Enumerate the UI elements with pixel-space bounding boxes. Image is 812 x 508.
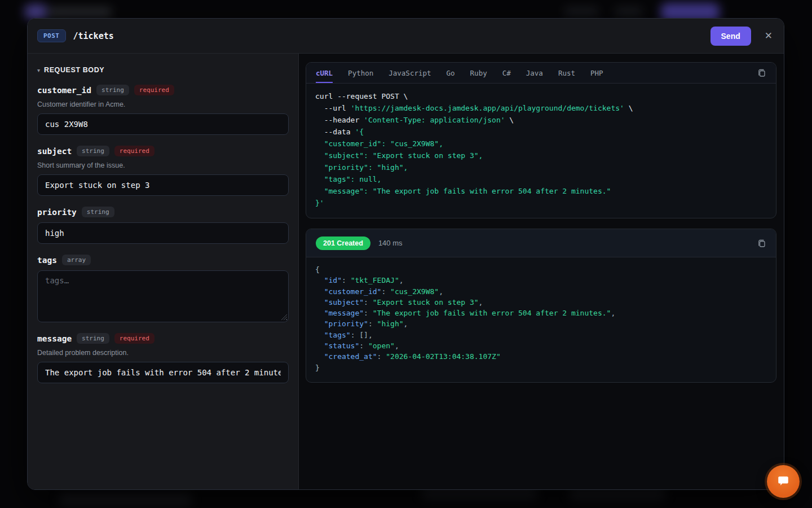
modal-body: ▾ REQUEST BODY customer_id string requir… (28, 54, 784, 489)
request-body-panel: ▾ REQUEST BODY customer_id string requir… (28, 54, 299, 489)
field-priority: priority string (37, 207, 288, 244)
chat-widget-button[interactable] (767, 465, 800, 498)
code-tab-rust[interactable]: Rust (558, 63, 575, 83)
modal-header: POST /tickets Send ✕ (28, 19, 784, 54)
field-name: message (37, 334, 72, 343)
code-tab-go[interactable]: Go (447, 63, 455, 83)
api-playground-modal: POST /tickets Send ✕ ▾ REQUEST BODY cust… (27, 18, 784, 490)
field-name: customer_id (37, 86, 91, 95)
background-wordmark (47, 8, 112, 16)
field-description: Short summary of the issue. (37, 161, 288, 169)
code-tab-java[interactable]: Java (526, 63, 543, 83)
background-logo (25, 5, 47, 19)
request-code-block[interactable]: curl --request POST \ --url 'https://jam… (306, 84, 776, 218)
field-tags: tags array (37, 255, 288, 322)
priority-input[interactable] (37, 222, 289, 244)
code-tab-javascript[interactable]: JavaScript (389, 63, 431, 83)
field-name: tags (37, 256, 57, 265)
code-tab-curl[interactable]: cURL (316, 63, 333, 83)
chevron-down-icon: ▾ (37, 67, 40, 73)
required-badge: required (114, 333, 155, 344)
field-customer-id: customer_id string required Customer ide… (37, 85, 288, 135)
code-tab-ruby[interactable]: Ruby (470, 63, 487, 83)
response-card: 201 Created 140 ms { "id": "tkt_FEDAJ", … (306, 229, 776, 383)
speech-bubble-icon (775, 474, 791, 489)
response-json-block[interactable]: { "id": "tkt_FEDAJ", "customer_id": "cus… (306, 257, 776, 382)
status-badge: 201 Created (316, 237, 370, 250)
field-name: subject (37, 147, 72, 156)
code-tab-c[interactable]: C# (502, 63, 511, 83)
language-tab-bar: cURLPythonJavaScriptGoRubyC#JavaRustPHP (306, 63, 776, 84)
code-tab-python[interactable]: Python (348, 63, 373, 83)
field-description: Customer identifier in Acme. (37, 100, 288, 108)
field-subject: subject string required Short summary of… (37, 146, 288, 196)
customer-id-input[interactable] (37, 113, 289, 135)
background-nav-item (564, 8, 599, 15)
type-badge: string (82, 207, 114, 217)
request-code-card: cURLPythonJavaScriptGoRubyC#JavaRustPHP … (306, 62, 776, 218)
type-badge: array (62, 255, 91, 265)
response-header: 201 Created 140 ms (306, 229, 776, 257)
type-badge: string (96, 85, 129, 95)
close-icon[interactable]: ✕ (762, 29, 775, 43)
background-footer-text (59, 492, 192, 506)
code-panel: cURLPythonJavaScriptGoRubyC#JavaRustPHP … (299, 54, 784, 489)
latency-label: 140 ms (378, 239, 403, 247)
type-badge: string (77, 146, 109, 156)
tags-textarea[interactable] (37, 270, 289, 322)
copy-response-icon[interactable] (757, 239, 766, 248)
message-input[interactable] (37, 362, 289, 383)
required-badge: required (134, 85, 174, 95)
field-message: message string required Detailed problem… (37, 333, 288, 383)
required-badge: required (114, 146, 155, 156)
section-title: REQUEST BODY (44, 66, 104, 74)
code-tab-php[interactable]: PHP (590, 63, 603, 83)
subject-input[interactable] (37, 174, 289, 196)
type-badge: string (77, 333, 109, 344)
http-method-badge: POST (37, 29, 66, 42)
request-body-section-header[interactable]: ▾ REQUEST BODY (37, 66, 288, 74)
copy-request-icon[interactable] (757, 63, 766, 83)
background-nav-item (615, 8, 643, 15)
send-button[interactable]: Send (710, 27, 751, 46)
field-name: priority (37, 208, 77, 217)
field-description: Detailed problem description. (37, 349, 288, 357)
endpoint-path: /tickets (73, 31, 114, 41)
